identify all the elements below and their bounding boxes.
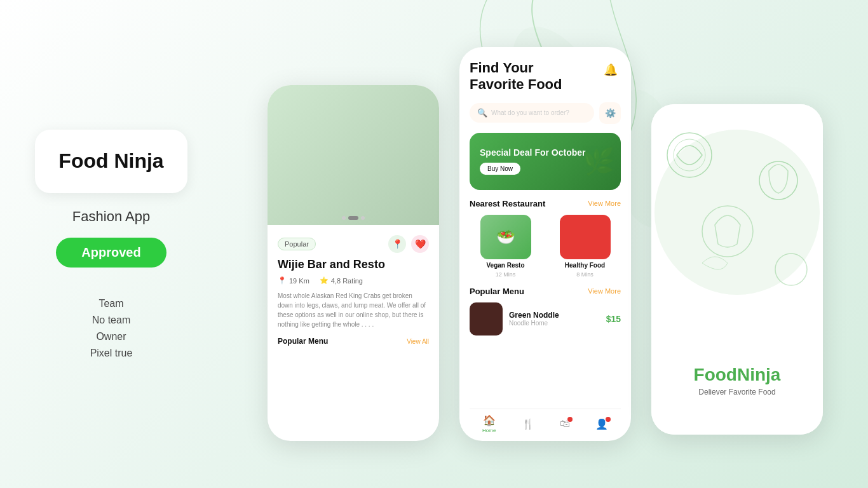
healthy-food-image [560, 215, 611, 259]
food-icon: 🍴 [522, 418, 534, 430]
home-icon: 🏠 [483, 414, 496, 426]
title-line2: Favorite Food [470, 76, 562, 93]
phone-splash: FoodNinja Deliever Favorite Food [651, 104, 823, 435]
restaurant-card-1[interactable]: 🥗 Vegan Resto 12 Mins [470, 215, 541, 278]
nearest-view-more[interactable]: View More [588, 200, 621, 207]
carousel-dot [361, 216, 365, 220]
cart-badge [567, 417, 573, 422]
left-panel: Food Ninja Fashion App Approved Team No … [0, 0, 222, 488]
buy-now-button[interactable]: Buy Now [480, 163, 520, 175]
filter-icon: ⚙️ [605, 108, 616, 118]
healthy-food-name: Healthy Food [565, 262, 605, 269]
promo-banner: Special Deal For October Buy Now 🌿 [470, 133, 621, 190]
vegan-resto-name: Vegan Resto [486, 262, 524, 269]
carousel-dot-active [348, 216, 358, 220]
favorite-icon[interactable]: ❤️ [411, 235, 429, 253]
nav-food[interactable]: 🍴 [522, 418, 534, 430]
notification-bell-icon[interactable]: 🔔 [600, 60, 621, 80]
phones-area: Popular 📍 ❤️ Wijie Bar and Resto 📍 19 Km… [222, 0, 868, 488]
rating-info: ⭐ 4,8 Rating [320, 276, 363, 285]
carousel-dot [342, 216, 346, 220]
vegan-resto-time: 12 Mins [496, 271, 516, 278]
nav-profile[interactable]: 👤 [595, 418, 608, 430]
menu-item-card[interactable]: Green Noddle Noodle Home $15 [470, 302, 621, 336]
search-bar[interactable]: 🔍 What do you want to order? [470, 103, 594, 123]
app-category: Fashion App [72, 208, 150, 225]
search-area: 🔍 What do you want to order? ⚙️ [470, 102, 621, 124]
search-icon: 🔍 [477, 108, 487, 118]
restaurants-row: 🥗 Vegan Resto 12 Mins Healthy Food 8 Min… [470, 215, 621, 278]
meta-pixel: Pixel true [90, 348, 133, 359]
vegan-resto-image: 🥗 [480, 215, 531, 259]
menu-item-name: Green Noddle [509, 311, 600, 320]
nav-home-label: Home [482, 428, 496, 433]
menu-label: Popular Menu [278, 337, 328, 346]
brand-tagline: Deliever Favorite Food [694, 388, 781, 396]
svg-point-3 [654, 130, 820, 295]
logo-ninja: Ninja [737, 365, 780, 384]
phone2-header: Find Your Favorite Food 🔔 [470, 60, 621, 93]
promo-decoration: 🌿 [583, 146, 614, 176]
app-logo-text: Food Ninja [58, 149, 163, 173]
title-line1: Find Your [470, 60, 562, 76]
phone-detail: Popular 📍 ❤️ Wijie Bar and Resto 📍 19 Km… [268, 85, 439, 441]
rating-value: 4,8 Rating [331, 277, 363, 285]
popular-view-more[interactable]: View More [588, 287, 621, 295]
distance-value: 19 Km [289, 277, 309, 285]
star-icon: ⭐ [320, 276, 329, 285]
view-all-button[interactable]: View All [407, 338, 429, 345]
bottom-nav: 🏠 Home 🍴 🛍 👤 [470, 409, 621, 433]
meta-team: Team [98, 298, 123, 309]
nav-home[interactable]: 🏠 Home [482, 414, 496, 433]
meta-list: Team No team Owner Pixel true [90, 298, 133, 359]
restaurant-card-2[interactable]: Healthy Food 8 Mins [549, 215, 621, 278]
brand-logo: FoodNinja [694, 365, 781, 385]
search-placeholder: What do you want to order? [491, 109, 569, 116]
popular-title: Popular Menu [470, 287, 524, 296]
distance-info: 📍 19 Km [278, 276, 309, 285]
filter-button[interactable]: ⚙️ [599, 102, 621, 124]
nav-cart[interactable]: 🛍 [560, 418, 570, 430]
healthy-food-time: 8 Mins [576, 271, 593, 278]
nearest-section-header: Nearest Restaurant View More [470, 199, 621, 208]
app-logo-box: Food Ninja [35, 130, 187, 193]
nearest-title: Nearest Restaurant [470, 199, 545, 208]
restaurant-name: Wijie Bar and Resto [278, 258, 429, 271]
splash-bg-pattern [651, 104, 823, 319]
approved-badge: Approved [56, 238, 166, 268]
brand-area: FoodNinja Deliever Favorite Food [694, 365, 781, 396]
popular-tag: Popular [278, 238, 316, 250]
main-title: Find Your Favorite Food [470, 60, 562, 93]
location-pin-icon: 📍 [278, 276, 287, 285]
restaurant-description: Most whole Alaskan Red King Crabs get br… [278, 291, 429, 329]
phone-main: Find Your Favorite Food 🔔 🔍 What do you … [459, 47, 631, 441]
profile-badge [606, 417, 611, 422]
brand-logo-text: FoodNinja [694, 365, 781, 384]
meta-owner: Owner [96, 331, 126, 342]
menu-item-image [470, 302, 503, 336]
popular-section-header: Popular Menu View More [470, 287, 621, 296]
menu-item-info: Green Noddle Noodle Home [509, 311, 600, 327]
logo-food: Food [694, 365, 737, 384]
menu-item-price: $15 [606, 314, 621, 324]
menu-item-origin: Noodle Home [509, 320, 600, 327]
location-icon[interactable]: 📍 [388, 235, 406, 253]
meta-no-team: No team [92, 315, 130, 326]
phone1-hero-image [268, 85, 439, 225]
